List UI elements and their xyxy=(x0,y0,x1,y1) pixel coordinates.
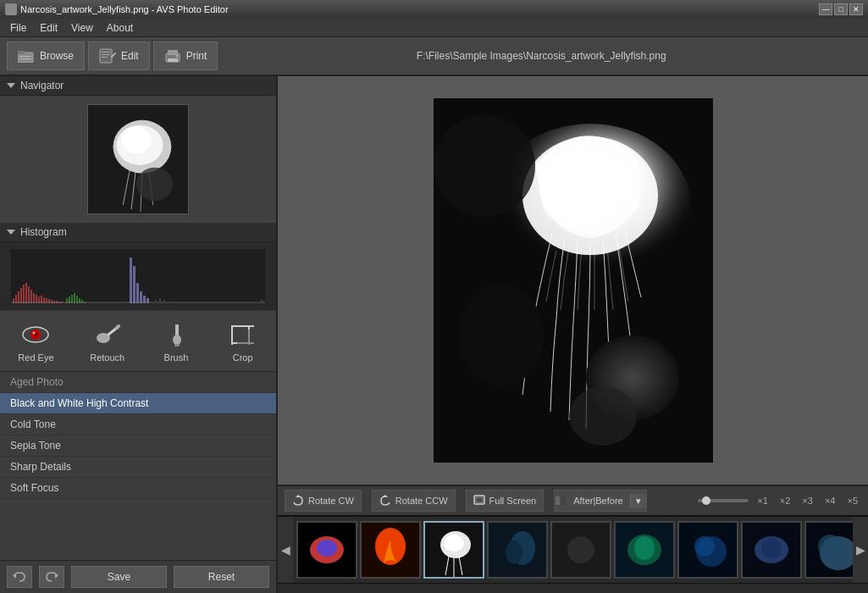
svg-point-112 xyxy=(506,540,522,564)
navigator-thumbnail xyxy=(87,104,189,214)
app-icon xyxy=(5,3,17,15)
histogram-chart xyxy=(7,249,269,303)
svg-line-74 xyxy=(117,326,119,328)
zoom-3x[interactable]: ×3 xyxy=(799,494,816,507)
before-after-dropdown-arrow[interactable]: ▼ xyxy=(630,494,646,508)
brush-tool[interactable]: Brush xyxy=(151,316,202,366)
svg-rect-29 xyxy=(28,286,30,303)
save-row: Save Reset xyxy=(0,560,276,593)
effect-sepia-tone[interactable]: Sepia Tone xyxy=(0,435,276,457)
histogram-title: Histogram xyxy=(20,226,67,238)
filmstrip-thumb-1[interactable] xyxy=(296,521,357,579)
navigator-header[interactable]: Navigator xyxy=(0,76,276,96)
histogram-header[interactable]: Histogram xyxy=(0,223,276,242)
filmstrip-thumb-7[interactable] xyxy=(677,521,738,579)
toolbar: Browse Edit Print F:\Files\Sample Images… xyxy=(0,37,868,76)
svg-rect-10 xyxy=(168,50,178,55)
svg-rect-65 xyxy=(231,302,233,303)
menu-view[interactable]: View xyxy=(64,20,100,36)
svg-rect-66 xyxy=(248,302,250,303)
filmstrip-thumb-4[interactable] xyxy=(487,521,548,579)
effect-aged-photo[interactable]: Aged Photo xyxy=(0,372,276,393)
edit-icon xyxy=(99,47,116,64)
before-after-button[interactable]: After|Before ▼ xyxy=(554,490,646,512)
svg-rect-57 xyxy=(11,302,265,303)
svg-rect-67 xyxy=(261,300,263,303)
titlebar: Narcosis_artwork_Jellyfish.png - AVS Pho… xyxy=(0,0,868,19)
brush-label: Brush xyxy=(164,352,189,363)
rotate-ccw-label: Rotate CCW xyxy=(395,496,448,506)
svg-rect-61 xyxy=(168,302,169,303)
svg-point-114 xyxy=(567,536,594,563)
svg-point-12 xyxy=(175,55,178,58)
filmstrip-thumb-5[interactable] xyxy=(550,521,611,579)
print-icon xyxy=(164,47,181,64)
rotate-cw-button[interactable]: Rotate CW xyxy=(285,490,362,512)
filmstrip-next-button[interactable]: ▶ xyxy=(853,516,868,583)
menu-file[interactable]: File xyxy=(3,20,33,36)
before-after-label: After|Before xyxy=(567,493,630,508)
svg-rect-3 xyxy=(19,58,31,59)
svg-rect-59 xyxy=(159,298,161,303)
rotate-ccw-button[interactable]: Rotate CCW xyxy=(372,490,456,512)
reset-button[interactable]: Reset xyxy=(174,566,269,588)
svg-point-106 xyxy=(444,535,464,551)
svg-rect-53 xyxy=(136,283,139,303)
retouch-tool[interactable]: Retouch xyxy=(80,316,135,366)
minimize-button[interactable]: — xyxy=(819,3,832,15)
undo-button[interactable] xyxy=(7,566,32,588)
svg-rect-1 xyxy=(18,51,25,54)
crop-tool[interactable]: Crop xyxy=(218,316,268,366)
svg-point-101 xyxy=(317,540,337,557)
retouch-label: Retouch xyxy=(90,352,124,363)
fullscreen-button[interactable]: Full Screen xyxy=(466,490,545,512)
svg-rect-64 xyxy=(214,302,216,303)
effect-cold-tone[interactable]: Cold Tone xyxy=(0,414,276,435)
browse-button[interactable]: Browse xyxy=(7,42,85,70)
svg-rect-97 xyxy=(556,496,560,505)
menu-edit[interactable]: Edit xyxy=(33,20,64,36)
close-button[interactable]: ✕ xyxy=(849,3,863,15)
svg-rect-7 xyxy=(102,57,108,58)
red-eye-tool[interactable]: Red Eye xyxy=(8,316,64,366)
retouch-icon xyxy=(92,319,123,350)
zoom-4x[interactable]: ×4 xyxy=(821,494,839,507)
red-eye-label: Red Eye xyxy=(18,352,53,363)
edit-button[interactable]: Edit xyxy=(88,42,150,70)
browse-label: Browse xyxy=(40,50,74,62)
filmstrip-thumb-6[interactable] xyxy=(614,521,675,579)
main-image xyxy=(434,98,713,463)
filmstrip-thumb-3[interactable] xyxy=(423,521,484,579)
hscrollbar[interactable] xyxy=(278,583,868,593)
zoom-1x[interactable]: ×1 xyxy=(754,494,771,507)
effect-soft-focus[interactable]: Soft Focus xyxy=(0,478,276,499)
print-button[interactable]: Print xyxy=(153,42,218,70)
filmstrip-prev-button[interactable]: ◀ xyxy=(278,516,293,583)
zoom-5x[interactable]: ×5 xyxy=(843,494,861,507)
main-image-svg xyxy=(434,98,713,463)
effect-bw-high-contrast[interactable]: Black and White High Contrast xyxy=(0,393,276,414)
svg-rect-62 xyxy=(180,302,182,303)
svg-rect-27 xyxy=(23,285,25,303)
effects-list[interactable]: Aged Photo Black and White High Contrast… xyxy=(0,372,276,560)
filmstrip-thumb-2[interactable] xyxy=(360,521,421,579)
zoom-controls: ×1 ×2 ×3 ×4 ×5 xyxy=(698,494,861,507)
redo-button[interactable] xyxy=(39,566,64,588)
effect-sharp-details[interactable]: Sharp Details xyxy=(0,457,276,478)
brush-icon xyxy=(161,319,191,350)
zoom-slider[interactable] xyxy=(698,499,749,502)
left-panel: Navigator xyxy=(0,76,278,593)
svg-rect-2 xyxy=(19,56,31,57)
menu-about[interactable]: About xyxy=(100,20,140,36)
zoom-2x[interactable]: ×2 xyxy=(777,494,794,507)
navigator-title: Navigator xyxy=(20,80,64,91)
filmstrip-thumb-9[interactable] xyxy=(804,521,853,579)
navigator-content xyxy=(0,96,276,223)
svg-rect-28 xyxy=(25,283,27,303)
zoom-thumb[interactable] xyxy=(702,496,710,505)
svg-rect-6 xyxy=(102,54,110,55)
maximize-button[interactable]: □ xyxy=(834,3,848,15)
save-button[interactable]: Save xyxy=(71,566,167,588)
filmstrip-thumb-8[interactable] xyxy=(741,521,802,579)
svg-point-91 xyxy=(459,285,544,386)
